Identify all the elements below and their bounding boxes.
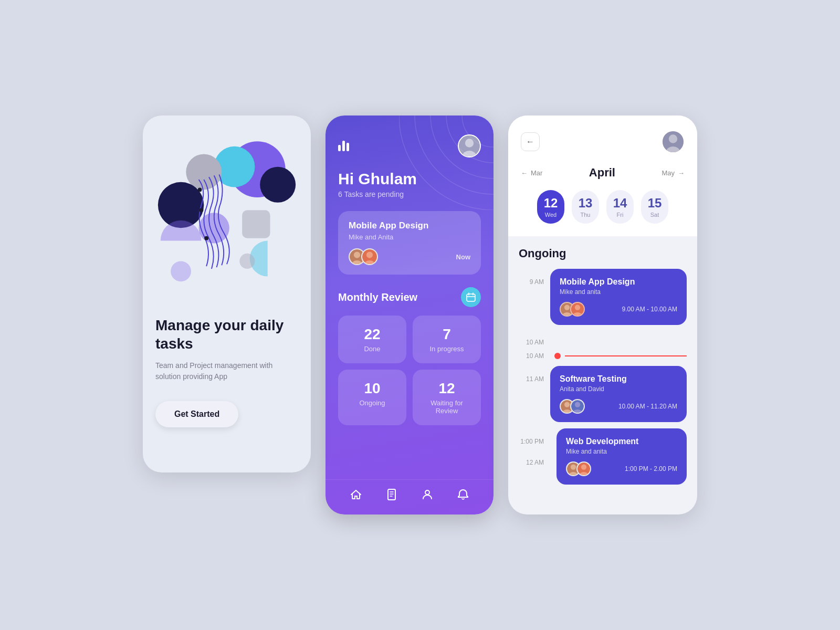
event-2-title: Software Testing (560, 374, 677, 384)
screens-container: Manage your daily tasks Team and Project… (143, 116, 697, 514)
calendar-days: 12 Wed 13 Thu 14 Fri (521, 190, 685, 224)
time-line (565, 355, 687, 356)
user-avatar[interactable] (458, 134, 481, 158)
nav-person-icon[interactable] (421, 488, 434, 504)
svg-rect-28 (388, 489, 395, 500)
review-header: Monthly Review (338, 287, 481, 307)
time-10am-row: 10 AM (519, 329, 687, 346)
next-month-button[interactable]: May → (662, 169, 685, 177)
event-1-title: Mobile App Design (560, 277, 677, 287)
stat-waiting: 12 Waiting for Review (413, 370, 481, 425)
get-started-button[interactable]: Get Started (155, 401, 238, 427)
tasks-pending-text: 6 Tasks are pending (338, 190, 481, 198)
stat-done-number: 22 (346, 326, 398, 343)
day-number-13: 13 (579, 196, 593, 211)
event-3-sub: Mike and anita (566, 448, 677, 455)
event3-avatar2 (576, 461, 591, 476)
svg-point-49 (581, 464, 586, 469)
nav-document-icon[interactable] (385, 488, 398, 504)
event-web-dev[interactable]: Web Development Mike and anita (556, 428, 687, 485)
svg-point-11 (239, 254, 255, 269)
event-2-footer: 10.00 AM - 11.20 AM (560, 399, 677, 414)
day-num-14: 14 Fri (606, 190, 634, 224)
day-label-12: Wed (545, 212, 556, 218)
current-month: April (589, 166, 615, 180)
time-9am: 9 AM (519, 269, 544, 286)
event-2-time: 10.00 AM - 11.20 AM (618, 403, 677, 410)
svg-point-10 (204, 236, 208, 240)
prev-month-button[interactable]: ← Mar (521, 169, 542, 177)
cal-day-15[interactable]: 15 Sat (640, 190, 669, 224)
onboarding-illustration (155, 131, 298, 299)
task-card-subtitle: Mike and Anita (349, 233, 470, 241)
next-arrow-icon: → (678, 169, 685, 177)
svg-point-34 (564, 304, 570, 310)
event-2-sub: Anita and David (560, 385, 677, 393)
greeting-text: Hi Ghulam (338, 170, 481, 188)
nav-bell-icon[interactable] (457, 488, 469, 504)
ongoing-section: Ongoing 9 AM Mobile App Design Mike and … (508, 236, 697, 514)
stat-inprogress: 7 In progress (413, 316, 481, 363)
event-1-footer: 9.00 AM - 10.00 AM (560, 302, 677, 317)
svg-point-25 (366, 251, 373, 258)
svg-point-29 (425, 490, 429, 495)
day-num-15: 15 Sat (641, 190, 668, 224)
cal-day-12[interactable]: 12 Wed (536, 190, 565, 224)
review-title: Monthly Review (338, 291, 417, 303)
svg-point-43 (575, 402, 580, 407)
day-num-13: 13 Thu (572, 190, 599, 224)
ongoing-title: Ongoing (519, 247, 687, 260)
event-1-sub: Mike and anita (560, 288, 677, 296)
svg-point-22 (354, 251, 360, 258)
calendar-icon-button[interactable] (461, 287, 481, 307)
day-label-15: Sat (650, 212, 659, 218)
event-mobile-app[interactable]: Mobile App Design Mike and anita (550, 269, 687, 325)
stat-ongoing-number: 10 (346, 380, 398, 397)
event-3-title: Web Development (566, 437, 677, 446)
cal-day-14[interactable]: 14 Fri (605, 190, 635, 224)
task-card-title: Mobile App Design (349, 220, 470, 231)
screen-calendar: ← ← Mar April May → (508, 116, 697, 514)
svg-point-46 (571, 464, 576, 469)
svg-rect-7 (242, 210, 270, 238)
stat-waiting-label: Waiting for Review (421, 399, 472, 415)
bar-chart-icon (338, 141, 349, 151)
cal-day-13[interactable]: 13 Thu (571, 190, 600, 224)
event-1-avatars (560, 302, 581, 317)
time-dot (554, 353, 561, 359)
back-button[interactable]: ← (521, 132, 540, 151)
event-3-avatars (566, 461, 587, 476)
event2-avatar2 (570, 399, 585, 414)
task-card-mobile[interactable]: Mobile App Design Mike and Anita (338, 211, 481, 275)
svg-point-40 (564, 402, 570, 407)
event1-avatar2 (570, 302, 585, 317)
stat-inprogress-number: 7 (421, 326, 472, 343)
dashboard-top: Hi Ghulam 6 Tasks are pending (326, 116, 494, 211)
current-time-indicator: 10 AM (519, 350, 687, 362)
bottom-nav (326, 479, 494, 514)
onboard-subtitle: Team and Project management with solutio… (155, 360, 298, 382)
calendar-header: ← (521, 130, 685, 153)
svg-point-19 (465, 139, 474, 147)
current-time-label: 10 AM (519, 352, 544, 360)
event-software-testing[interactable]: Software Testing Anita and David (550, 366, 687, 422)
timeline-event-2: 11 AM Software Testing Anita and David (519, 366, 687, 422)
time-12am: 12 AM (519, 449, 544, 466)
svg-rect-27 (467, 294, 475, 301)
task-avatars (349, 248, 374, 265)
time-1pm: 1:00 PM (519, 428, 544, 445)
calendar-month-nav: ← Mar April May → (521, 166, 685, 180)
stat-inprogress-label: In progress (421, 345, 472, 353)
review-section: Monthly Review 22 Done 7 In progress (326, 287, 494, 438)
cal-user-avatar[interactable] (662, 130, 685, 153)
stats-grid: 22 Done 7 In progress 10 Ongoing 12 Wait… (338, 316, 481, 425)
next-month-label: May (662, 169, 675, 177)
svg-rect-4 (186, 154, 222, 190)
nav-home-icon[interactable] (350, 488, 362, 504)
stat-ongoing: 10 Ongoing (338, 370, 406, 425)
stat-done-label: Done (346, 345, 398, 353)
stat-ongoing-label: Ongoing (346, 399, 398, 407)
task-card-footer: Now (349, 248, 470, 265)
stat-waiting-number: 12 (421, 380, 472, 397)
time-10am: 10 AM (519, 329, 544, 346)
